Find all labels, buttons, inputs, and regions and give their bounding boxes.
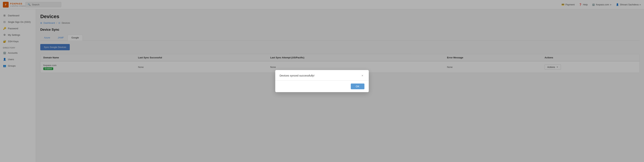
modal-message: Devices synced successfully!: [280, 74, 314, 77]
modal-header: Devices synced successfully! ×: [275, 70, 369, 81]
modal-overlay[interactable]: Devices synced successfully! × OK: [0, 0, 644, 162]
modal-footer: OK: [275, 81, 369, 92]
modal-ok-button[interactable]: OK: [351, 84, 364, 89]
modal-close-button[interactable]: ×: [360, 74, 364, 78]
success-modal: Devices synced successfully! × OK: [275, 70, 369, 92]
